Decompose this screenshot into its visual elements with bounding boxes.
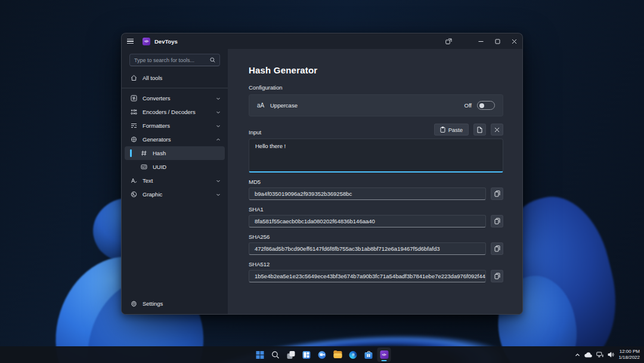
chevron-down-icon (216, 96, 221, 101)
sidebar-item-all-tools[interactable]: All tools (125, 71, 225, 85)
uuid-icon (140, 164, 147, 170)
chevron-down-icon (216, 179, 221, 183)
sha512-output-field[interactable]: 1b5e4b2ea5e1e23c5649ece43bf3e674b7a90b3f… (249, 270, 486, 282)
paste-button-label: Paste (448, 127, 463, 133)
chat-button[interactable] (315, 347, 329, 362)
window-controls (440, 33, 522, 49)
widgets-button[interactable] (300, 347, 314, 362)
hamburger-menu-icon[interactable] (127, 35, 141, 47)
task-view-icon (287, 351, 295, 359)
configuration-section-label: Configuration (249, 84, 503, 91)
edge-button[interactable] (346, 347, 360, 362)
md5-output-field[interactable]: b9a4f035019096a2f939352b369258bc (249, 187, 486, 200)
devtoys-taskbar-button[interactable]: </> (377, 347, 391, 362)
paste-button[interactable]: Paste (434, 124, 469, 136)
uppercase-toggle[interactable] (477, 101, 495, 110)
graphic-icon (130, 191, 137, 198)
hash-input-textarea[interactable]: Hello there ! (249, 139, 503, 173)
network-icon[interactable] (596, 352, 603, 358)
devtoys-window: </> DevToys (121, 33, 523, 315)
edge-icon (349, 351, 357, 359)
chat-icon (318, 351, 326, 359)
task-view-button[interactable] (284, 347, 298, 362)
tray-chevron-up-icon[interactable] (575, 352, 580, 358)
sidebar-item-formatters[interactable]: Formatters (125, 119, 225, 133)
search-input[interactable] (134, 57, 210, 63)
start-button[interactable] (253, 347, 267, 362)
titlebar: </> DevToys (122, 33, 522, 49)
sidebar-item-generators[interactable]: Generators (125, 133, 225, 146)
text-icon (130, 177, 137, 184)
taskbar-search-button[interactable] (269, 347, 283, 362)
sha1-output-field[interactable]: 8fa581f55caecb0bc1da080202f64836b146aa40 (249, 215, 486, 227)
taskbar-clock[interactable]: 12:00 PM 1/18/2022 (618, 349, 640, 361)
sidebar-divider (122, 88, 228, 88)
input-section-label: Input (249, 129, 261, 136)
search-icon (272, 351, 280, 359)
close-icon (494, 127, 500, 133)
file-icon (477, 127, 482, 133)
home-icon (130, 75, 137, 81)
clock-date: 1/18/2022 (618, 355, 640, 361)
copy-sha256-button[interactable] (491, 242, 503, 255)
copy-sha1-button[interactable] (491, 215, 503, 227)
sha512-row: 1b5e4b2ea5e1e23c5649ece43bf3e674b7a90b3f… (249, 270, 503, 282)
sidebar-item-label: Encoders / Decoders (143, 109, 196, 115)
compact-overlay-icon[interactable] (440, 33, 457, 49)
toggle-state-label: Off (465, 102, 472, 109)
sidebar-item-label: UUID (153, 164, 166, 170)
widgets-icon (303, 351, 311, 359)
onedrive-cloud-icon[interactable] (584, 352, 592, 358)
file-explorer-button[interactable] (331, 347, 345, 362)
close-button[interactable] (506, 33, 522, 49)
sidebar-item-text[interactable]: Text (125, 174, 225, 187)
devtoys-icon: </> (380, 350, 388, 359)
converters-icon (130, 95, 137, 101)
formatters-icon (130, 122, 137, 129)
sidebar-item-label: All tools (143, 75, 162, 81)
volume-icon[interactable] (608, 352, 614, 358)
sha256-output-field[interactable]: 472f86ad5b7bcd90eff6147fd6f8fb755ac3b1ab… (249, 242, 486, 255)
sidebar-item-label: Settings (143, 300, 163, 307)
clear-input-button[interactable] (491, 124, 503, 136)
clock-time: 12:00 PM (618, 349, 640, 355)
copy-sha512-button[interactable] (491, 270, 503, 282)
load-file-button[interactable] (473, 124, 486, 136)
hash-icon (140, 150, 147, 156)
uppercase-label: Uppercase (270, 102, 298, 109)
clipboard-icon (440, 127, 445, 133)
chevron-up-icon (216, 137, 221, 142)
sidebar-item-uuid[interactable]: UUID (125, 160, 225, 174)
encoders-decoders-icon (130, 109, 137, 115)
sidebar-item-graphic[interactable]: Graphic (125, 187, 225, 201)
chevron-down-icon (216, 124, 221, 128)
system-tray: 12:00 PM 1/18/2022 (575, 346, 640, 363)
md5-label: MD5 (249, 179, 503, 185)
taskbar-icons: </> (253, 346, 391, 363)
minimize-button[interactable] (472, 33, 489, 49)
copy-icon (494, 273, 500, 279)
desktop: </> DevToys (0, 0, 644, 363)
taskbar: </> 12:00 PM 1/18/2022 (0, 346, 644, 363)
maximize-button[interactable] (489, 33, 506, 49)
chevron-down-icon (216, 192, 221, 197)
sha512-label: SHA512 (249, 261, 503, 267)
gear-icon (130, 300, 137, 307)
toggle-knob (479, 103, 484, 108)
copy-md5-button[interactable] (491, 187, 503, 200)
sidebar-item-label: Converters (143, 95, 170, 101)
sha256-row: 472f86ad5b7bcd90eff6147fd6f8fb755ac3b1ab… (249, 242, 503, 255)
sidebar-item-settings[interactable]: Settings (125, 297, 225, 310)
microsoft-store-button[interactable] (362, 347, 376, 362)
window-title: DevToys (154, 38, 178, 45)
search-icon (210, 57, 215, 63)
sidebar-item-encoders-decoders[interactable]: Encoders / Decoders (125, 105, 225, 119)
tool-search-box[interactable] (129, 54, 220, 66)
devtoys-logo-icon: </> (143, 38, 150, 45)
sha1-row: 8fa581f55caecb0bc1da080202f64836b146aa40 (249, 215, 503, 227)
sidebar: All tools Converters (122, 49, 228, 314)
sidebar-item-label: Text (143, 177, 153, 184)
file-explorer-icon (333, 351, 342, 358)
sidebar-item-hash[interactable]: Hash (125, 146, 225, 160)
sidebar-item-converters[interactable]: Converters (125, 91, 225, 105)
